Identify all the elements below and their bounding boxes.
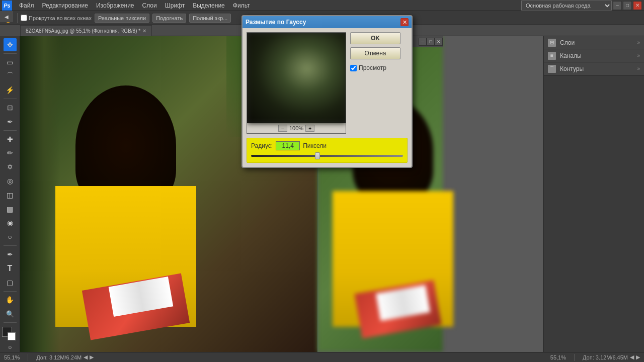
dodge-tool[interactable]: ○ bbox=[4, 230, 17, 243]
wrap-checkbox[interactable] bbox=[21, 15, 27, 21]
blur-tool[interactable]: ◉ bbox=[4, 217, 17, 230]
heal-tool[interactable]: ✚ bbox=[4, 133, 17, 146]
dialog-ok-button[interactable]: OK bbox=[350, 32, 400, 44]
magic-wand-tool[interactable]: ⚡ bbox=[4, 83, 17, 97]
right-panel: ⊟ Слои » ≡ Каналы » ⌒ Контуры » bbox=[543, 36, 644, 352]
hand-tool[interactable]: ✋ bbox=[4, 294, 17, 307]
close-button[interactable]: ✕ bbox=[633, 1, 642, 10]
doc-size-left: Доп: 3.12M/6.24M ◀ ▶ bbox=[36, 354, 94, 360]
fit-btn[interactable]: Подогнать bbox=[152, 14, 186, 23]
doc-size-right: Доп: 3.12M/6.45M ◀ ▶ bbox=[583, 354, 640, 360]
menu-select[interactable]: Выделение bbox=[189, 1, 229, 10]
menu-edit[interactable]: Редактирование bbox=[38, 1, 92, 10]
zoom-tool[interactable]: 🔍 bbox=[4, 307, 17, 320]
shape-tool[interactable]: ▢ bbox=[4, 276, 17, 289]
preview-checkbox[interactable] bbox=[350, 65, 357, 71]
toolbar-sep-5 bbox=[4, 291, 17, 292]
dialog-titlebar: Размытие по Гауссу ✕ bbox=[243, 16, 412, 28]
foreground-color[interactable] bbox=[2, 327, 12, 337]
radius-unit: Пиксели bbox=[303, 142, 327, 149]
marquee-tool[interactable]: ▭ bbox=[4, 56, 17, 69]
wrap-checkbox-label: Прокрутка во всех окнах bbox=[21, 15, 92, 21]
clone-tool[interactable]: ✡ bbox=[4, 160, 17, 173]
color-swatches[interactable] bbox=[2, 327, 18, 341]
radius-slider-track bbox=[251, 155, 403, 157]
left-toolbar: ✥ ▭ ⌒ ⚡ ⊡ ✒ ✚ ✏ ✡ ◎ ◫ ▤ ◉ ○ ✒ T ▢ ✋ 🔍 ⊙ bbox=[0, 36, 20, 352]
channels-panel-header[interactable]: ≡ Каналы » bbox=[544, 49, 644, 62]
toolbar-sep-1 bbox=[4, 53, 17, 54]
radius-slider[interactable] bbox=[251, 152, 403, 159]
zoom-in-btn[interactable]: + bbox=[305, 125, 314, 132]
channels-icon: ≡ bbox=[548, 52, 556, 60]
gaussian-blur-dialog: Размытие по Гауссу ✕ – 100% + OK Отмена … bbox=[242, 15, 413, 168]
radius-row: Радиус: Пиксели bbox=[251, 141, 403, 150]
pen-tool[interactable]: ✒ bbox=[4, 248, 17, 261]
preview-image bbox=[247, 33, 346, 123]
layers-expand-icon: » bbox=[637, 40, 640, 45]
preview-area: – 100% + bbox=[247, 32, 346, 134]
maximize-button[interactable]: □ bbox=[623, 1, 632, 10]
gradient-tool[interactable]: ▤ bbox=[4, 203, 17, 216]
dialog-right-controls: OK Отмена Просмотр bbox=[350, 32, 400, 134]
dialog-cancel-button[interactable]: Отмена bbox=[350, 47, 400, 59]
real-pixels-btn[interactable]: Реальные пиксели bbox=[95, 14, 149, 23]
dialog-close-button[interactable]: ✕ bbox=[400, 18, 409, 26]
brush-tool[interactable]: ✏ bbox=[4, 147, 17, 160]
doc2-win-controls: – □ ✕ bbox=[419, 38, 443, 46]
menu-layers[interactable]: Слои bbox=[138, 1, 161, 10]
prev-page-btn-2[interactable]: ◀ bbox=[630, 354, 634, 360]
radius-slider-thumb[interactable] bbox=[315, 152, 320, 159]
quick-mask-mode[interactable]: ⊙ bbox=[8, 345, 12, 350]
toolbar-sep-2 bbox=[4, 99, 17, 99]
status-sep-1 bbox=[28, 354, 28, 361]
collapse-panel-btn[interactable]: ◀ bbox=[0, 10, 13, 23]
zoom-display-left: 55,1% bbox=[4, 354, 20, 360]
fullscreen-btn[interactable]: Полный экр... bbox=[189, 14, 231, 23]
menu-file[interactable]: Файл bbox=[15, 1, 38, 10]
next-page-btn[interactable]: ▶ bbox=[90, 354, 94, 360]
layers-panel-header[interactable]: ⊟ Слои » bbox=[544, 36, 644, 49]
doc2-close[interactable]: ✕ bbox=[435, 38, 443, 46]
tab1-close-btn[interactable]: ✕ bbox=[142, 28, 146, 34]
doc2-minimize[interactable]: – bbox=[419, 38, 427, 46]
preview-checkbox-label: Просмотр bbox=[359, 64, 386, 71]
next-page-btn-2[interactable]: ▶ bbox=[636, 354, 640, 360]
radius-label: Радиус: bbox=[251, 142, 273, 149]
status-sep-2 bbox=[574, 354, 575, 361]
lasso-tool[interactable]: ⌒ bbox=[4, 70, 17, 83]
toolbar-sep-6 bbox=[4, 322, 17, 323]
background-color[interactable] bbox=[8, 332, 16, 340]
menu-filter[interactable]: Фильт bbox=[229, 1, 254, 10]
eyedropper-tool[interactable]: ✒ bbox=[4, 115, 17, 128]
workspace-dropdown[interactable]: Основная рабочая среда bbox=[521, 1, 612, 11]
paths-expand-icon: » bbox=[637, 66, 640, 71]
radius-section: Радиус: Пиксели bbox=[247, 138, 408, 163]
paths-icon: ⌒ bbox=[548, 65, 556, 73]
zoom-out-btn[interactable]: – bbox=[278, 125, 287, 132]
menu-bar: Ps Файл Редактирование Изображение Слои … bbox=[0, 0, 644, 11]
menu-font[interactable]: Шрифт bbox=[161, 1, 189, 10]
toolbar-sep-3 bbox=[4, 130, 17, 131]
eraser-tool[interactable]: ◫ bbox=[4, 189, 17, 202]
radius-input[interactable] bbox=[276, 141, 300, 150]
move-tool[interactable]: ✥ bbox=[4, 38, 17, 51]
menu-image[interactable]: Изображение bbox=[92, 1, 138, 10]
document-tab-1[interactable]: 8ZOA8FN5Aug.jpg @ 55,1% (Фон копия, RGB/… bbox=[20, 25, 152, 36]
dialog-body: – 100% + OK Отмена Просмотр bbox=[243, 28, 412, 138]
toolbar-sep-4 bbox=[4, 245, 17, 246]
preview-controls: – 100% + bbox=[247, 123, 346, 133]
text-tool[interactable]: T bbox=[4, 262, 17, 275]
channels-expand-icon: » bbox=[637, 53, 640, 58]
prev-page-btn[interactable]: ◀ bbox=[84, 354, 88, 360]
ps-logo: Ps bbox=[2, 1, 12, 11]
doc2-maximize[interactable]: □ bbox=[427, 38, 435, 46]
minimize-button[interactable]: – bbox=[613, 1, 622, 10]
layers-icon: ⊟ bbox=[548, 39, 556, 47]
history-tool[interactable]: ◎ bbox=[4, 174, 17, 188]
paths-panel-header[interactable]: ⌒ Контуры » bbox=[544, 62, 644, 75]
zoom-display-right: 55,1% bbox=[550, 354, 566, 360]
dialog-title: Размытие по Гауссу bbox=[246, 19, 306, 26]
status-bar: 55,1% Доп: 3.12M/6.24M ◀ ▶ 55,1% Доп: 3.… bbox=[0, 352, 644, 362]
crop-tool[interactable]: ⊡ bbox=[4, 101, 17, 114]
zoom-value: 100% bbox=[289, 125, 303, 131]
